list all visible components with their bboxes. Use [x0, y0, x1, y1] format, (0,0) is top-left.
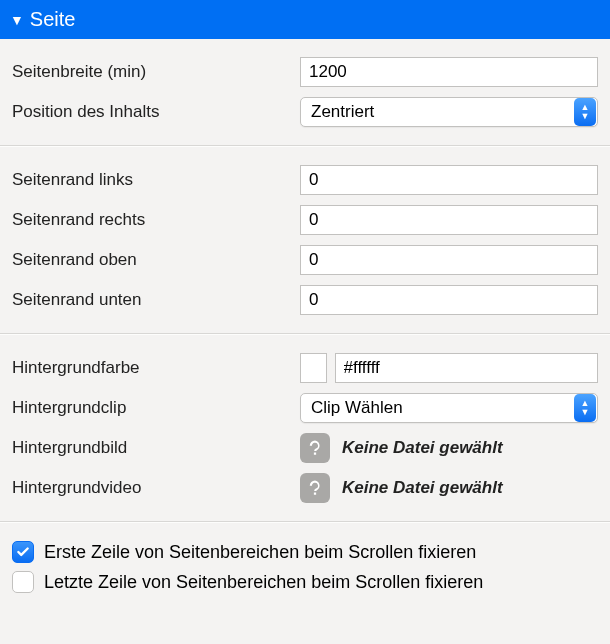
file-picker-bg-video[interactable] — [300, 473, 330, 503]
row-bg-video: Hintergrundvideo Keine Datei gewählt — [12, 471, 598, 505]
row-bg-color: Hintergrundfarbe — [12, 351, 598, 385]
input-margin-bottom[interactable] — [300, 285, 598, 315]
row-margin-right: Seitenrand rechts — [12, 203, 598, 237]
row-margin-left: Seitenrand links — [12, 163, 598, 197]
row-content-position: Position des Inhalts Zentriert ▲▼ — [12, 95, 598, 129]
label-margin-right: Seitenrand rechts — [12, 210, 300, 230]
question-mark-icon — [306, 439, 324, 457]
checkbox-fix-last-label: Letzte Zeile von Seitenbereichen beim Sc… — [44, 572, 483, 593]
label-bg-clip: Hintergrundclip — [12, 398, 300, 418]
color-swatch[interactable] — [300, 353, 327, 383]
file-picker-bg-image[interactable] — [300, 433, 330, 463]
label-margin-bottom: Seitenrand unten — [12, 290, 300, 310]
select-bg-clip-value: Clip Wählen — [311, 398, 574, 418]
row-bg-clip: Hintergrundclip Clip Wählen ▲▼ — [12, 391, 598, 425]
checkbox-fix-last[interactable] — [12, 571, 34, 593]
row-margin-top: Seitenrand oben — [12, 243, 598, 277]
section-dimensions: Seitenbreite (min) Position des Inhalts … — [0, 39, 610, 145]
label-margin-top: Seitenrand oben — [12, 250, 300, 270]
disclosure-triangle-icon: ▼ — [10, 12, 24, 28]
input-margin-top[interactable] — [300, 245, 598, 275]
select-bg-clip[interactable]: Clip Wählen ▲▼ — [300, 393, 598, 423]
question-mark-icon — [306, 479, 324, 497]
row-margin-bottom: Seitenrand unten — [12, 283, 598, 317]
label-width-min: Seitenbreite (min) — [12, 62, 300, 82]
input-margin-right[interactable] — [300, 205, 598, 235]
label-bg-image: Hintergrundbild — [12, 438, 300, 458]
input-width-min[interactable] — [300, 57, 598, 87]
label-bg-video: Hintergrundvideo — [12, 478, 300, 498]
row-width-min: Seitenbreite (min) — [12, 55, 598, 89]
checkbox-fix-first-row[interactable]: Erste Zeile von Seitenbereichen beim Scr… — [12, 541, 598, 563]
select-stepper-icon: ▲▼ — [574, 98, 596, 126]
checkbox-fix-first-label: Erste Zeile von Seitenbereichen beim Scr… — [44, 542, 476, 563]
input-margin-left[interactable] — [300, 165, 598, 195]
panel-title: Seite — [30, 8, 76, 31]
section-background: Hintergrundfarbe Hintergrundclip Clip Wä… — [0, 335, 610, 521]
label-margin-left: Seitenrand links — [12, 170, 300, 190]
row-bg-image: Hintergrundbild Keine Datei gewählt — [12, 431, 598, 465]
panel-header[interactable]: ▼ Seite — [0, 0, 610, 39]
label-content-position: Position des Inhalts — [12, 102, 300, 122]
select-content-position[interactable]: Zentriert ▲▼ — [300, 97, 598, 127]
input-bg-color[interactable] — [335, 353, 598, 383]
section-margins: Seitenrand links Seitenrand rechts Seite… — [0, 147, 610, 333]
select-stepper-icon: ▲▼ — [574, 394, 596, 422]
checkmark-icon — [16, 545, 30, 559]
select-content-position-value: Zentriert — [311, 102, 574, 122]
status-bg-video: Keine Datei gewählt — [342, 478, 503, 498]
label-bg-color: Hintergrundfarbe — [12, 358, 300, 378]
section-scroll-fix: Erste Zeile von Seitenbereichen beim Scr… — [0, 523, 610, 611]
checkbox-fix-first[interactable] — [12, 541, 34, 563]
checkbox-fix-last-row[interactable]: Letzte Zeile von Seitenbereichen beim Sc… — [12, 571, 598, 593]
status-bg-image: Keine Datei gewählt — [342, 438, 503, 458]
